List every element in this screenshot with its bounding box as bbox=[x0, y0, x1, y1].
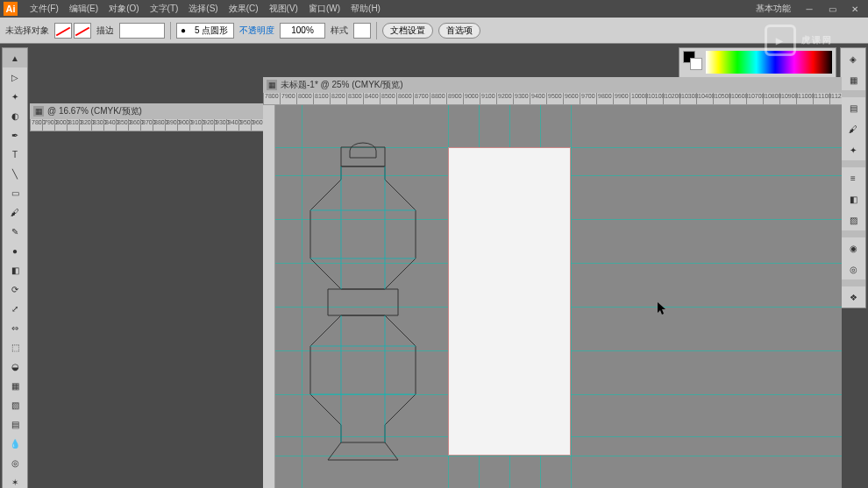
window-close-button[interactable]: ✕ bbox=[845, 3, 864, 15]
style-swatch[interactable] bbox=[353, 23, 371, 39]
perspective-tool[interactable]: ▦ bbox=[3, 376, 27, 395]
menu-object[interactable]: 对象(O) bbox=[103, 3, 144, 15]
shape-builder-tool[interactable]: ◒ bbox=[3, 357, 27, 376]
opacity-input[interactable] bbox=[280, 23, 325, 39]
window-minimize-button[interactable]: ─ bbox=[800, 3, 819, 15]
fill-swatch[interactable] bbox=[54, 23, 72, 39]
blob-brush-tool[interactable]: ● bbox=[3, 241, 27, 260]
document-1-titlebar[interactable]: ▦ @ 16.67% (CMYK/预览) bbox=[30, 103, 265, 119]
color-spectrum[interactable] bbox=[706, 51, 832, 74]
gradient-panel-icon[interactable]: ◧ bbox=[841, 188, 865, 209]
document-window-2[interactable]: ▦ 未标题-1* @ 25% (CMYK/预览) 780079008000810… bbox=[263, 77, 842, 488]
line-tool[interactable]: ╲ bbox=[3, 164, 27, 183]
stroke-label: 描边 bbox=[96, 25, 114, 37]
window-maximize-button[interactable]: ▭ bbox=[822, 3, 842, 15]
color-panel-icon[interactable]: ◈ bbox=[841, 48, 865, 69]
gradient-tool[interactable]: ▤ bbox=[3, 414, 27, 434]
document-2-ruler-vertical[interactable] bbox=[263, 105, 275, 488]
eyedropper-tool[interactable]: 💧 bbox=[3, 434, 27, 453]
preferences-button[interactable]: 首选项 bbox=[438, 23, 480, 39]
brush-dropdown[interactable]: ● bbox=[176, 23, 234, 39]
document-window-1[interactable]: ▦ @ 16.67% (CMYK/预览) 7800790080008100820… bbox=[30, 103, 265, 130]
width-tool[interactable]: ⇔ bbox=[3, 318, 27, 337]
fill-stroke-swatches[interactable] bbox=[54, 23, 91, 39]
right-panel-strip: ◈ ▦ ▤ 🖌 ✦ ≡ ◧ ▨ ◉ ◎ ❖ bbox=[840, 47, 866, 308]
transparency-panel-icon[interactable]: ▨ bbox=[841, 209, 865, 230]
pencil-tool[interactable]: ✎ bbox=[3, 222, 27, 241]
toolbox: ▲ ▷ ✦ ◐ ✒ T ╲ ▭ 🖌 ✎ ● ◧ ⟳ ⤢ ⇔ ⬚ ◒ ▦ ▧ ▤ … bbox=[2, 47, 28, 488]
mesh-tool[interactable]: ▧ bbox=[3, 395, 27, 414]
graphic-styles-panel-icon[interactable]: ◎ bbox=[841, 258, 865, 279]
color-panel-swatches[interactable] bbox=[683, 51, 702, 70]
artwork-dieline[interactable] bbox=[293, 140, 433, 473]
direct-selection-tool[interactable]: ▷ bbox=[3, 67, 27, 87]
blend-tool[interactable]: ◎ bbox=[3, 453, 27, 472]
opacity-label[interactable]: 不透明度 bbox=[239, 25, 274, 37]
swatches-panel-icon[interactable]: ▤ bbox=[841, 97, 865, 118]
menu-edit[interactable]: 编辑(E) bbox=[64, 3, 103, 15]
workspace-label[interactable]: 基本功能 bbox=[751, 3, 796, 15]
menu-type[interactable]: 文字(T) bbox=[145, 3, 184, 15]
menu-select[interactable]: 选择(S) bbox=[183, 3, 223, 15]
type-tool[interactable]: T bbox=[3, 145, 27, 164]
stroke-swatch[interactable] bbox=[74, 23, 91, 39]
menu-file[interactable]: 文件(F) bbox=[25, 3, 64, 15]
rotate-tool[interactable]: ⟳ bbox=[3, 279, 27, 299]
selection-tool[interactable]: ▲ bbox=[3, 48, 27, 67]
stroke-weight-input[interactable] bbox=[119, 23, 165, 39]
free-transform-tool[interactable]: ⬚ bbox=[3, 337, 27, 357]
guide-vertical[interactable] bbox=[571, 105, 572, 488]
document-2-title: 未标题-1* @ 25% (CMYK/预览) bbox=[281, 79, 403, 91]
pen-tool[interactable]: ✒ bbox=[3, 125, 27, 145]
selection-status: 未选择对象 bbox=[5, 25, 49, 37]
app-logo: Ai bbox=[4, 2, 18, 16]
eraser-tool[interactable]: ◧ bbox=[3, 260, 27, 279]
lasso-tool[interactable]: ◐ bbox=[3, 106, 27, 125]
document-1-title: @ 16.67% (CMYK/预览) bbox=[47, 105, 142, 117]
separator bbox=[170, 22, 171, 39]
magic-wand-tool[interactable]: ✦ bbox=[3, 87, 27, 106]
layers-panel-icon[interactable]: ❖ bbox=[841, 286, 865, 308]
document-1-icon: ▦ bbox=[33, 106, 44, 117]
color-guide-icon[interactable]: ▦ bbox=[841, 69, 865, 90]
document-setup-button[interactable]: 文档设置 bbox=[382, 23, 433, 39]
menu-bar: Ai 文件(F) 编辑(E) 对象(O) 文字(T) 选择(S) 效果(C) 视… bbox=[0, 0, 868, 18]
separator bbox=[376, 22, 377, 39]
symbol-sprayer-tool[interactable]: ✶ bbox=[3, 472, 27, 488]
menu-help[interactable]: 帮助(H) bbox=[345, 3, 386, 15]
scale-tool[interactable]: ⤢ bbox=[3, 299, 27, 318]
brushes-panel-icon[interactable]: 🖌 bbox=[841, 118, 865, 139]
rectangle-tool[interactable]: ▭ bbox=[3, 183, 27, 202]
stroke-panel-icon[interactable]: ≡ bbox=[841, 167, 865, 188]
artwork-rectangle[interactable] bbox=[448, 147, 571, 456]
document-2-canvas[interactable] bbox=[275, 105, 842, 488]
control-bar: 未选择对象 描边 ● 不透明度 样式 文档设置 首选项 bbox=[0, 18, 868, 44]
paintbrush-tool[interactable]: 🖌 bbox=[3, 202, 27, 222]
background-color[interactable] bbox=[690, 58, 702, 70]
document-1-ruler-horizontal[interactable]: 7800790080008100820083008400850086008700… bbox=[30, 119, 265, 131]
document-2-titlebar[interactable]: ▦ 未标题-1* @ 25% (CMYK/预览) bbox=[263, 77, 842, 93]
document-2-icon: ▦ bbox=[267, 80, 277, 90]
menu-effect[interactable]: 效果(C) bbox=[224, 3, 264, 15]
symbols-panel-icon[interactable]: ✦ bbox=[841, 139, 865, 160]
menu-view[interactable]: 视图(V) bbox=[264, 3, 303, 15]
document-2-ruler-horizontal[interactable]: 7800790080008100820083008400850086008700… bbox=[263, 93, 842, 105]
menu-window[interactable]: 窗口(W) bbox=[303, 3, 345, 15]
style-label: 样式 bbox=[331, 25, 348, 37]
appearance-panel-icon[interactable]: ◉ bbox=[841, 237, 865, 258]
color-panel[interactable] bbox=[679, 47, 836, 79]
